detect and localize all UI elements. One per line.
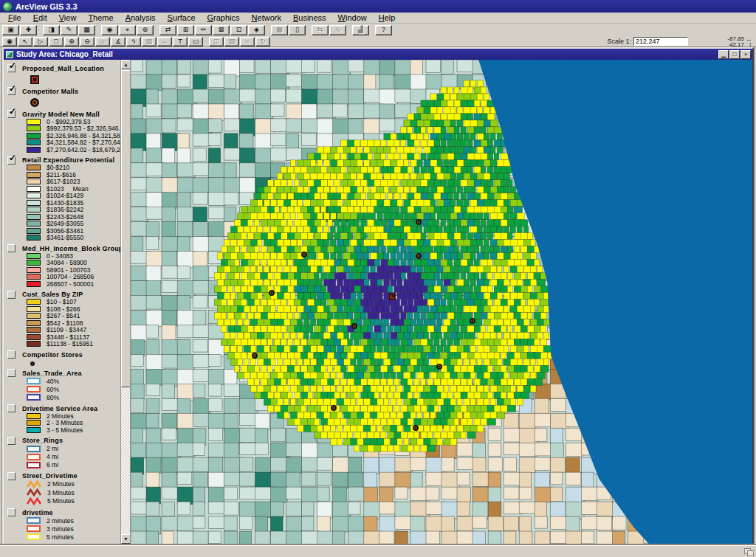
maximize-button[interactable]: □ xyxy=(729,50,740,59)
layer-name[interactable]: Sales_Trade_Area xyxy=(22,370,82,377)
competitor-mall-marker[interactable] xyxy=(416,253,422,259)
identify-tool[interactable]: ◉ xyxy=(2,37,17,46)
layer-checkbox-gravity-model-new-mall[interactable]: ✓ xyxy=(7,110,16,118)
layer-checkbox-cust-sales-by-zip[interactable] xyxy=(7,291,16,299)
layer-checkbox-store-rings[interactable] xyxy=(7,437,16,445)
legend-class-label: $2243-$2648 xyxy=(47,213,83,221)
scroll-down-button[interactable]: ▼ xyxy=(121,534,131,544)
theme-properties-button[interactable]: ◨ xyxy=(43,25,60,35)
layer-name[interactable]: Competitor Malls xyxy=(22,88,78,95)
pointer-tool-icon: ↖ xyxy=(22,38,28,46)
zoom-in-tool[interactable]: ⊕ xyxy=(64,37,79,46)
layer-header: drivetime xyxy=(7,508,120,516)
resize-grip[interactable] xyxy=(744,548,753,555)
legend-class-row: 0 - $992,379.53 xyxy=(27,118,120,125)
legend-class-label: 3 minutes xyxy=(47,525,74,533)
layer-checkbox-proposed-mall-location[interactable]: ✓ xyxy=(7,64,16,72)
measure-tool[interactable]: ∡ xyxy=(111,37,126,46)
competitor-mall-marker[interactable] xyxy=(301,252,307,257)
clear-selection-button[interactable]: ✏ xyxy=(195,25,212,35)
competitor-mall-marker[interactable] xyxy=(351,323,357,329)
help-pointer-button[interactable]: ? xyxy=(375,25,392,35)
layer-checkbox-sales-trade-area[interactable] xyxy=(7,369,16,377)
menu-view[interactable]: View xyxy=(53,13,83,22)
add-theme-button[interactable]: ✚ xyxy=(20,25,37,35)
layer-name[interactable]: Med_HH_Income_Block Groups xyxy=(22,245,120,252)
competitor-mall-marker[interactable] xyxy=(413,425,419,431)
fill-swatch xyxy=(27,260,41,266)
legend-class-label: $1024-$1429 xyxy=(47,192,83,199)
map-view[interactable] xyxy=(131,60,752,544)
pan-tool[interactable]: ☞ xyxy=(95,37,110,46)
menu-business[interactable]: Business xyxy=(287,13,332,22)
legend-class-row: $1024-$1429 xyxy=(27,193,120,200)
competitor-mall-marker[interactable] xyxy=(269,290,275,296)
fill-swatch xyxy=(27,235,41,241)
layer-name[interactable]: Street_Drivetime xyxy=(22,472,78,480)
layer-name[interactable]: Drivetime Service Area xyxy=(22,405,97,412)
select-by-graphic-button[interactable]: ⊞ xyxy=(177,25,194,35)
competitor-mall-marker[interactable] xyxy=(252,353,258,359)
clear-selection-button-icon: ✏ xyxy=(201,26,207,34)
menu-help[interactable]: Help xyxy=(373,13,402,22)
draw-rectangle-tool[interactable]: ▭ xyxy=(188,37,203,46)
edit-legend-button[interactable]: ✎ xyxy=(61,25,78,35)
menu-theme[interactable]: Theme xyxy=(82,13,119,22)
locate-address-button[interactable]: ⌖ xyxy=(119,25,136,35)
scrollbar-thumb[interactable] xyxy=(121,70,131,387)
map-markers xyxy=(131,60,752,544)
competitor-mall-marker[interactable] xyxy=(436,364,442,370)
select-by-theme-button[interactable]: ⇄ xyxy=(159,25,176,35)
layer-checkbox-competitor-stores[interactable] xyxy=(7,350,16,359)
layer-checkbox-med-hh-income-block-groups[interactable] xyxy=(7,244,16,252)
layer-checkbox-street-drivetime[interactable] xyxy=(7,472,16,480)
zoom-full-extent-button[interactable]: ⊠ xyxy=(213,25,230,35)
close-button[interactable]: × xyxy=(740,50,751,59)
competitor-mall-marker[interactable] xyxy=(331,405,337,411)
layout-button[interactable]: ▯ xyxy=(289,25,306,35)
menu-file[interactable]: File xyxy=(2,13,27,22)
proposed-mall-marker[interactable] xyxy=(389,293,396,300)
layer-name[interactable]: drivetime xyxy=(22,509,53,516)
study-area-title-bar[interactable]: Study Area: Chicago_Retail ▁□× xyxy=(4,49,752,60)
legend-scrollbar[interactable]: ▲ ▼ xyxy=(120,60,130,544)
competitor-mall-marker[interactable] xyxy=(470,318,475,324)
fill-swatch xyxy=(27,228,41,234)
theme-properties-button-icon: ◨ xyxy=(48,26,55,34)
layer-name[interactable]: Store_Rings xyxy=(22,437,63,444)
layer-name[interactable]: Proposed_Mall_Location xyxy=(22,65,104,72)
layer-checkbox-drivetime[interactable] xyxy=(7,508,16,516)
open-theme-table-button[interactable]: ▦ xyxy=(78,25,95,35)
hotlink-tool[interactable]: ϟ xyxy=(126,37,141,46)
zoom-selected-button[interactable]: ◈ xyxy=(248,25,265,35)
zoom-active-theme-button[interactable]: ⊡ xyxy=(230,25,247,35)
pointer-tool[interactable]: ↖ xyxy=(18,37,32,46)
scroll-up-button[interactable]: ▲ xyxy=(121,60,131,69)
menu-graphics[interactable]: Graphics xyxy=(202,13,246,22)
find-button[interactable]: ◉ xyxy=(101,25,118,35)
menu-window[interactable]: Window xyxy=(332,13,373,22)
layer-name[interactable]: Gravity Model New Mall xyxy=(22,111,100,118)
query-builder-button[interactable]: ⊛ xyxy=(137,25,154,35)
fill-swatch xyxy=(27,306,41,312)
vertex-edit-tool[interactable]: ▷ xyxy=(33,37,48,46)
legend-class-label: $3056-$3461 xyxy=(47,227,83,235)
layer-checkbox-retail-expenditure-potential[interactable]: ✓ xyxy=(7,156,16,165)
save-project-button[interactable]: ▣ xyxy=(2,25,19,35)
menu-network[interactable]: Network xyxy=(246,13,287,22)
layer-checkbox-drivetime-service-area[interactable] xyxy=(7,404,16,412)
legend-class-label: $1109 - $3447 xyxy=(47,326,86,333)
layer-name[interactable]: Competitor Stores xyxy=(22,351,83,359)
layer-checkbox-competitor-malls[interactable]: ✓ xyxy=(7,87,16,95)
layer-name[interactable]: Cust_Sales By ZIP xyxy=(22,291,83,298)
menu-edit[interactable]: Edit xyxy=(27,13,53,22)
zoom-out-tool[interactable]: ⊖ xyxy=(80,37,94,46)
competitor-mall-marker[interactable] xyxy=(416,219,422,225)
layer-name[interactable]: Retail Expenditure Potential xyxy=(22,156,114,164)
text-tool[interactable]: T xyxy=(173,37,188,46)
minimize-button[interactable]: ▁ xyxy=(718,50,729,59)
scale-input[interactable] xyxy=(633,37,688,46)
menu-analysis[interactable]: Analysis xyxy=(120,13,162,22)
select-feature-tool[interactable]: □ xyxy=(49,37,63,46)
menu-surface[interactable]: Surface xyxy=(162,13,202,22)
